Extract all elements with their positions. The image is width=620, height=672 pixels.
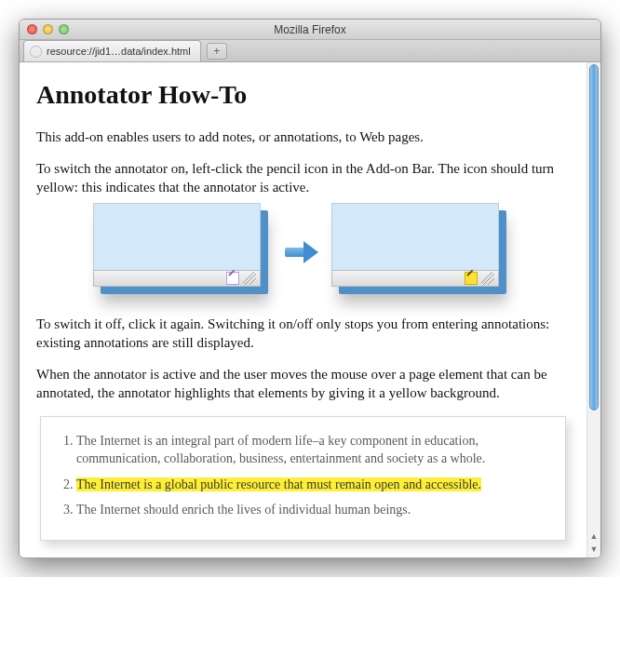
instruction-off: To switch it off, click it again. Switch… bbox=[36, 315, 570, 353]
panel-inactive bbox=[101, 210, 268, 294]
arrow-icon bbox=[285, 238, 322, 266]
browser-tab[interactable]: resource://jid1…data/index.html bbox=[23, 40, 201, 61]
scroll-up-icon[interactable]: ▲ bbox=[587, 530, 600, 543]
browser-window: Mozilla Firefox resource://jid1…data/ind… bbox=[19, 19, 601, 558]
addon-bar-inactive bbox=[93, 270, 261, 287]
addon-bar-active bbox=[331, 270, 499, 287]
illustration-row bbox=[36, 210, 570, 294]
list-item: The Internet should enrich the lives of … bbox=[76, 501, 543, 519]
window-title: Mozilla Firefox bbox=[20, 23, 600, 36]
manifesto-example: The Internet is an integral part of mode… bbox=[40, 416, 566, 541]
traffic-lights bbox=[27, 24, 69, 34]
page-content: Annotator How-To This add-on enables use… bbox=[20, 62, 586, 558]
vertical-scrollbar[interactable]: ▲ ▼ bbox=[586, 62, 600, 558]
tab-strip: resource://jid1…data/index.html + bbox=[20, 40, 600, 62]
pencil-icon-active[interactable] bbox=[465, 272, 478, 285]
resize-grip-icon bbox=[243, 272, 256, 285]
loading-icon bbox=[30, 46, 42, 58]
scroll-down-icon[interactable]: ▼ bbox=[587, 543, 600, 556]
minimize-icon[interactable] bbox=[43, 24, 53, 34]
highlight-explain: When the annotator is active and the use… bbox=[36, 365, 570, 403]
close-icon[interactable] bbox=[27, 24, 37, 34]
list-item-highlighted[interactable]: The Internet is a global public resource… bbox=[76, 476, 543, 494]
intro-paragraph: This add-on enables users to add notes, … bbox=[36, 128, 570, 146]
zoom-icon[interactable] bbox=[59, 24, 69, 34]
new-tab-button[interactable]: + bbox=[207, 43, 227, 60]
scrollbar-thumb[interactable] bbox=[589, 64, 599, 410]
resize-grip-icon bbox=[481, 272, 494, 285]
content-area: Annotator How-To This add-on enables use… bbox=[20, 62, 600, 558]
list-item: The Internet is an integral part of mode… bbox=[76, 432, 543, 468]
titlebar: Mozilla Firefox bbox=[20, 20, 600, 40]
panel-active bbox=[339, 210, 506, 294]
page-title: Annotator How-To bbox=[36, 77, 570, 113]
instruction-on: To switch the annotator on, left-click t… bbox=[36, 159, 570, 197]
tab-label: resource://jid1…data/index.html bbox=[47, 46, 191, 57]
pencil-icon[interactable] bbox=[226, 272, 239, 285]
